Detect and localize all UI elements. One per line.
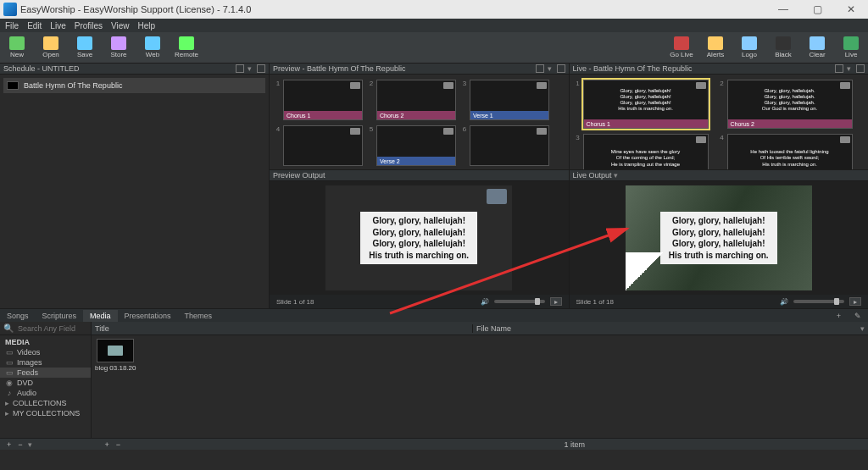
live-button[interactable]: Live [834,32,868,63]
clear-button[interactable]: Clear [800,32,834,63]
window-title: EasyWorship - EasyWorship Support (Licen… [20,4,251,14]
category-videos[interactable]: ▭Videos [0,347,91,357]
alerts-button[interactable]: Alerts [698,32,732,63]
slide-thumbnail[interactable]: 4He hath loosed the fateful lightningOf … [719,134,853,169]
chevron-down-icon[interactable]: ▾ [614,171,618,180]
media-thumbnail [97,339,134,362]
minimize-button[interactable]: — [766,0,800,19]
edit-tab-button[interactable]: ✎ [848,310,868,322]
menu-live[interactable]: Live [50,21,65,30]
black-button[interactable]: Black [766,32,800,63]
preview-panel: Preview - Battle Hymn Of The Republic ▾ … [269,63,569,308]
volume-slider[interactable] [494,300,545,303]
remote-button[interactable]: Remote [170,32,203,63]
status-bar: + − ▾ + − 1 item [0,438,868,450]
slide-thumbnail[interactable]: 3Mine eyes have seen the gloryOf the com… [575,134,709,169]
category-feeds[interactable]: ▭Feeds [0,368,91,378]
web-button[interactable]: Web [136,32,170,63]
menu-help[interactable]: Help [138,21,156,30]
maximize-panel-icon[interactable] [557,64,565,73]
menu-file[interactable]: File [5,21,19,30]
tab-media[interactable]: Media [83,310,118,322]
chevron-down-icon[interactable]: ▾ [548,64,552,73]
chevron-down-icon[interactable]: ▾ [857,324,868,333]
category-group[interactable]: ▸ COLLECTIONS [0,398,91,408]
remove-button[interactable]: − [113,440,124,449]
close-button[interactable]: ✕ [834,0,868,19]
live-slide-info: Slide 1 of 18 [576,298,614,306]
schedule-item-thumbnail [7,81,19,90]
schedule-item[interactable]: Battle Hymn Of The Republic [3,78,265,93]
slide-thumbnail[interactable]: 3Verse 1 [461,80,549,120]
chevron-down-icon[interactable]: ▾ [248,64,252,73]
menu-view[interactable]: View [111,21,130,30]
category-dvd[interactable]: ◉DVD [0,378,91,388]
menu-edit[interactable]: Edit [27,21,42,30]
grid-view-icon[interactable] [835,64,843,73]
main-toolbar: NewOpenSaveStoreWebRemote Go LiveAlertsL… [0,32,868,63]
grid-view-icon[interactable] [536,64,544,73]
media-item-label: blog 03.18.20 [95,364,136,372]
volume-icon[interactable]: 🔊 [481,298,489,306]
menu-bar: FileEditLiveProfilesViewHelp [0,19,868,32]
search-icon: 🔍 [3,323,14,333]
tab-scriptures[interactable]: Scriptures [36,310,84,322]
preview-output-title: Preview Output [273,171,326,180]
schedule-title: Schedule - UNTITLED [3,64,80,73]
add-button[interactable]: + [102,440,113,449]
menu-profiles[interactable]: Profiles [75,21,103,30]
volume-slider[interactable] [793,300,844,303]
preview-output-header: Preview Output [270,169,569,181]
store-button[interactable]: Store [102,32,136,63]
schedule-panel: Schedule - UNTITLED ▾ Battle Hymn Of The… [0,63,269,308]
category-group[interactable]: ▸ MY COLLECTIONS [0,408,91,418]
chevron-down-icon[interactable]: ▾ [26,440,34,449]
maximize-panel-icon[interactable] [257,64,265,73]
next-slide-button[interactable]: ▸ [849,297,861,306]
camera-icon [108,346,123,356]
column-title[interactable]: Title [92,324,473,333]
resource-list: Title File Name ▾ blog 03.18.20 [92,322,868,438]
live-output-header: Live Output ▾ [570,169,869,181]
maximize-panel-icon[interactable] [856,64,865,73]
category-header: MEDIA [0,337,91,347]
app-icon [3,3,17,16]
search-bar: 🔍 [0,322,91,335]
remove-button[interactable]: − [14,440,25,449]
preview-slide-info: Slide 1 of 18 [276,298,314,306]
slide-thumbnail[interactable]: 1Chorus 1 [275,80,363,120]
live-lyrics: Glory, glory, hallelujah!Glory, glory, h… [660,212,777,264]
tab-presentations[interactable]: Presentations [118,310,178,322]
live-output-footer: Slide 1 of 18 🔊 ▸ [570,295,869,308]
slide-thumbnail[interactable]: 4 [275,125,363,166]
maximize-button[interactable]: ▢ [800,0,834,19]
media-item[interactable]: blog 03.18.20 [95,339,136,372]
next-slide-button[interactable]: ▸ [550,297,562,306]
live-title: Live - Battle Hymn Of The Republic [573,64,693,73]
slide-thumbnail[interactable]: 2Glory, glory, hallelujah.Glory, glory, … [719,80,853,129]
open-button[interactable]: Open [34,32,68,63]
tab-themes[interactable]: Themes [178,310,220,322]
slide-thumbnail[interactable]: 2Chorus 2 [368,80,456,120]
preview-title: Preview - Battle Hymn Of The Republic [273,64,405,73]
live-output-title: Live Output [573,171,612,180]
column-filename[interactable]: File Name [473,324,857,333]
save-button[interactable]: Save [68,32,102,63]
slide-thumbnail[interactable]: 1Glory, glory, hallelujah!Glory, glory, … [575,80,709,129]
new-button[interactable]: New [0,32,34,63]
logo-button[interactable]: Logo [732,32,766,63]
add-button[interactable]: + [3,440,14,449]
add-tab-button[interactable]: + [830,310,848,322]
category-audio[interactable]: ♪Audio [0,388,91,398]
slide-thumbnail[interactable]: 6 [461,125,549,166]
category-images[interactable]: ▭Images [0,357,91,368]
volume-icon[interactable]: 🔊 [780,298,788,306]
golive-button[interactable]: Go Live [665,32,698,63]
tab-songs[interactable]: Songs [0,310,36,322]
grid-view-icon[interactable] [236,64,244,73]
preview-header: Preview - Battle Hymn Of The Republic ▾ [270,63,569,75]
list-header: Title File Name ▾ [92,322,868,335]
chevron-down-icon[interactable]: ▾ [847,64,851,73]
slide-thumbnail[interactable]: 5Verse 2 [368,125,456,166]
schedule-item-title: Battle Hymn Of The Republic [24,81,122,90]
